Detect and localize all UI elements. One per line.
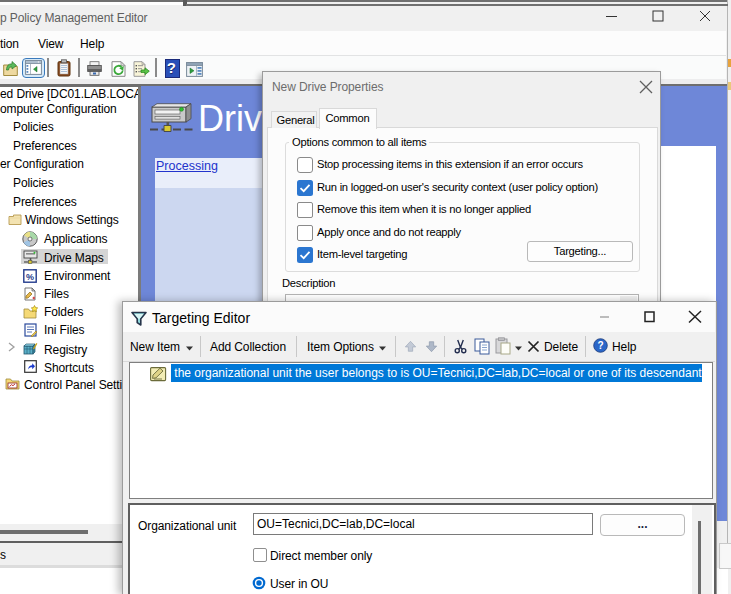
- svg-text:%: %: [26, 272, 34, 282]
- svg-text:?: ?: [597, 340, 603, 351]
